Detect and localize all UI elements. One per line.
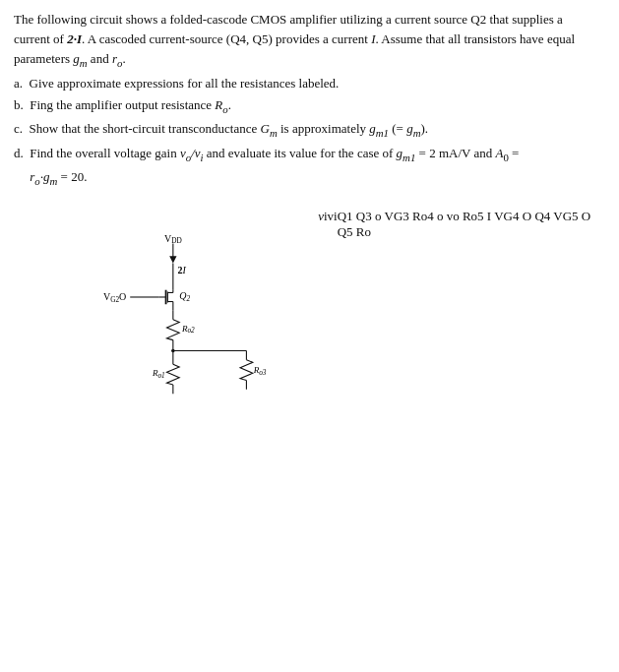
problem-statement: The following circuit shows a folded-cas…	[14, 10, 601, 189]
Ro1-label: Ro1	[152, 368, 165, 380]
Ro3-label: Ro3	[253, 366, 267, 378]
item-c: c. Show that the short-circuit transcond…	[14, 119, 601, 141]
item-d-cont: ro·gm = 20.	[14, 167, 601, 189]
2I-label: 2I	[177, 266, 186, 276]
Ro2-label: Ro2	[181, 324, 195, 336]
param-ro: ro	[112, 51, 122, 66]
VG4-label: VG4 O	[494, 209, 531, 223]
Q4-label: Q4	[534, 209, 550, 223]
Q3-label: Q3	[356, 209, 372, 223]
main-content: The following circuit shows a folded-cas…	[14, 10, 601, 582]
vi-text: vi	[328, 209, 338, 224]
VG5-label: VG5 O	[553, 209, 590, 223]
I-label: I	[487, 209, 491, 223]
arrow-down	[169, 256, 176, 263]
item-a: a. Give approximate expressions for all …	[14, 74, 601, 93]
Q1-label: Q1	[338, 209, 353, 223]
Q5-label: Q5	[338, 224, 353, 239]
current-I: I	[371, 31, 375, 46]
Q2-label: Q2	[179, 290, 190, 303]
vo-out-label: o vo	[437, 209, 460, 223]
Ro5-label: Ro5	[463, 209, 484, 223]
VG2-label: VG2O	[103, 291, 126, 304]
param-gm: gm	[73, 51, 87, 66]
item-b: b. Fing the amplifier output resistance …	[14, 95, 601, 117]
Ro-label: Ro	[356, 224, 371, 239]
item-d: d. Find the overall voltage gain vo/vi a…	[14, 144, 601, 165]
Vo-label: o VG3	[375, 209, 409, 223]
current-2I: 2·I	[67, 31, 82, 46]
Ro4-label: Ro4	[412, 209, 434, 223]
intro-paragraph: The following circuit shows a folded-cas…	[14, 10, 601, 72]
circuit-diagram: VDD 2I VG2O Q2	[14, 209, 601, 582]
circuit-svg: VDD 2I VG2O Q2	[14, 209, 318, 582]
